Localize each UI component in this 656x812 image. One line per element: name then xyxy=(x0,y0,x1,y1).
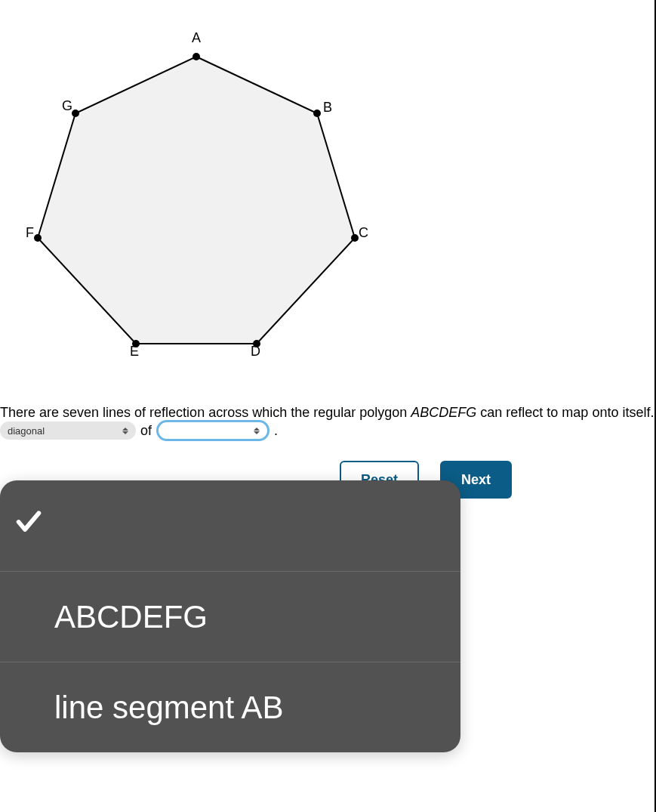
vertex-b-dot xyxy=(313,110,321,117)
select-relation[interactable]: diagonal xyxy=(0,421,136,440)
vertex-label-g: G xyxy=(62,98,72,114)
vertex-label-d: D xyxy=(251,344,260,360)
polygon-name-italic: ABCDEFG xyxy=(411,405,476,420)
vertex-label-a: A xyxy=(192,30,201,46)
select-target[interactable] xyxy=(156,420,269,441)
vertex-label-e: E xyxy=(130,344,139,360)
dropdown-option-blank[interactable] xyxy=(0,480,460,571)
question-period: . xyxy=(274,423,278,439)
heptagon-figure: A B C D E F G xyxy=(15,23,377,378)
vertex-label-b: B xyxy=(323,100,332,116)
dropdown-option-line-segment-ab[interactable]: line segment AB xyxy=(0,662,460,752)
question-line-2: diagonal of . xyxy=(0,420,278,441)
vertex-g-dot xyxy=(72,110,79,117)
page-canvas: A B C D E F G There are seven lines of r… xyxy=(0,0,656,812)
dropdown-option-abcdefg[interactable]: ABCDEFG xyxy=(0,571,460,662)
select-relation-value: diagonal xyxy=(8,425,45,437)
dropdown-option-label: line segment AB xyxy=(54,690,284,726)
vertex-label-f: F xyxy=(26,225,34,241)
dropdown-menu: ABCDEFG line segment AB xyxy=(0,480,460,752)
vertex-label-c: C xyxy=(359,225,368,241)
updown-caret-icon xyxy=(252,428,261,434)
dropdown-option-label: ABCDEFG xyxy=(54,599,208,635)
heptagon-shape xyxy=(38,57,355,344)
question-text-post: can reflect to map onto itself. On xyxy=(476,405,656,420)
question-text-pre: There are seven lines of reflection acro… xyxy=(0,405,411,420)
vertex-f-dot xyxy=(34,234,42,242)
check-icon xyxy=(14,507,44,545)
updown-caret-icon xyxy=(121,428,130,434)
vertex-a-dot xyxy=(192,53,200,60)
connector-of: of xyxy=(140,423,152,439)
vertex-c-dot xyxy=(351,234,359,242)
